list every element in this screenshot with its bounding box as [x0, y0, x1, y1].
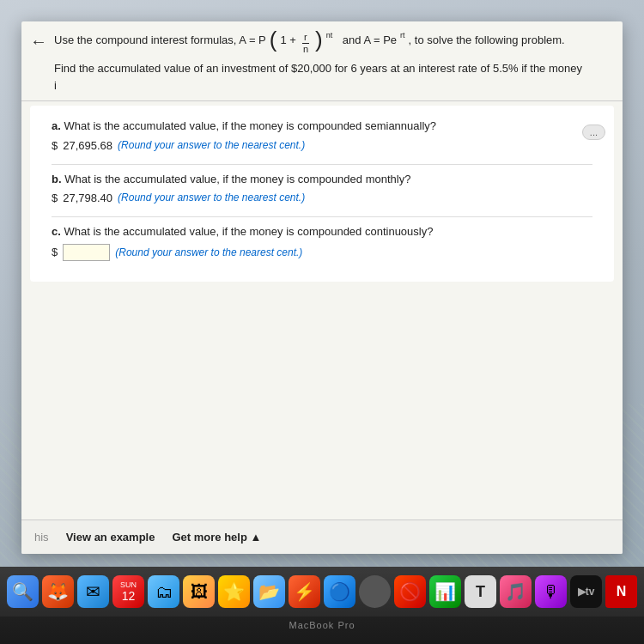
- question-part-b: b. What is the accumulated value, if the…: [52, 172, 592, 204]
- bottom-toolbar: his View an example Get more help ▲: [21, 519, 623, 554]
- close-paren: ): [315, 28, 323, 51]
- page-content: ← Use the compound interest formulas, A …: [21, 21, 623, 554]
- dock-icon-netflix[interactable]: N: [605, 575, 637, 608]
- dock-icon-folder[interactable]: 📂: [253, 575, 285, 608]
- toolbar-his: his: [34, 531, 49, 544]
- dock-icon-podcast[interactable]: 🎙: [535, 575, 567, 608]
- get-more-help-button[interactable]: Get more help ▲: [172, 531, 261, 544]
- dock-icon-mail[interactable]: ✉: [77, 575, 109, 608]
- dock-icon-pearson[interactable]: 🔵: [324, 575, 355, 608]
- dollar-a: $: [52, 139, 58, 152]
- part-b-bold-label: b.: [52, 173, 62, 185]
- part-c-bold-label: c.: [52, 225, 61, 238]
- answer-note-b: (Round your answer to the nearest cent.): [118, 191, 305, 204]
- answer-row-b: $ 27,798.40 (Round your answer to the ne…: [52, 191, 592, 204]
- answer-row-c: $ (Round your answer to the nearest cent…: [52, 244, 592, 261]
- question-label-b: b. What is the accumulated value, if the…: [52, 172, 592, 187]
- dock-icon-lightning[interactable]: ⚡: [289, 575, 320, 608]
- laptop-bottom: 🔍 🦊 ✉ SUN12 🗂 🖼 ⭐ 📂 ⚡ 🔵 🚫 📊 T 🎵 🎙 ▶tv N …: [0, 567, 644, 644]
- view-example-button[interactable]: View an example: [66, 531, 155, 544]
- dock-icon-finder[interactable]: 🔍: [7, 575, 39, 608]
- dock-icon-bars[interactable]: 📊: [429, 575, 461, 608]
- fraction-r-over-n: r n: [301, 32, 310, 55]
- dock-icon-music[interactable]: 🎵: [500, 575, 532, 608]
- find-text: Find the accumulated value of an investm…: [54, 60, 584, 94]
- back-arrow[interactable]: ←: [30, 32, 47, 52]
- dock-icon-calendar[interactable]: SUN12: [112, 575, 144, 608]
- formula-one-plus: 1 +: [280, 32, 295, 49]
- dock-icon-star[interactable]: ⭐: [218, 575, 250, 608]
- question-part-c: c. What is the accumulated value, if the…: [52, 224, 592, 261]
- dock-icon-photos[interactable]: 🖼: [183, 575, 215, 608]
- formula-rt-exp: rt: [400, 32, 405, 39]
- question-label-c: c. What is the accumulated value, if the…: [52, 224, 592, 240]
- dollar-c: $: [52, 246, 58, 258]
- dock-icon-t[interactable]: T: [465, 575, 496, 608]
- question-label-a: a. What is the accumulated value, if the…: [52, 118, 592, 134]
- dock-icon-files[interactable]: 🗂: [148, 575, 179, 608]
- answer-value-a: 27,695.68: [63, 139, 112, 152]
- dollar-b: $: [52, 191, 58, 204]
- fraction-numerator: r: [302, 32, 309, 44]
- more-options-button[interactable]: ...: [582, 125, 605, 140]
- answer-input-c[interactable]: [63, 244, 110, 261]
- answer-row-a: $ 27,695.68 (Round your answer to the ne…: [52, 139, 592, 152]
- dock-bar: 🔍 🦊 ✉ SUN12 🗂 🖼 ⭐ 📂 ⚡ 🔵 🚫 📊 T 🎵 🎙 ▶tv N: [0, 567, 644, 617]
- divider-b-c: [52, 216, 592, 217]
- fraction-denominator: n: [301, 44, 310, 55]
- dock-icon-circle[interactable]: [359, 575, 391, 608]
- formula-end-text: , to solve the following problem.: [409, 32, 565, 49]
- divider-a-b: [52, 164, 592, 165]
- answer-value-b: 27,798.40: [63, 191, 112, 204]
- part-b-text: What is the accumulated value, if the mo…: [64, 173, 410, 185]
- part-a-text: What is the accumulated value, if the mo…: [64, 119, 436, 132]
- dock-icon-slash[interactable]: 🚫: [394, 575, 426, 608]
- formula-suffix-text: and A = Pe: [343, 32, 397, 49]
- formula-line: Use the compound interest formulas, A = …: [54, 32, 584, 55]
- formula-prefix-text: Use the compound interest formulas, A = …: [54, 32, 266, 49]
- content-area: a. What is the accumulated value, if the…: [30, 106, 614, 282]
- part-c-text: What is the accumulated value, if the mo…: [64, 225, 433, 238]
- macbook-label: MacBook Pro: [289, 620, 355, 630]
- answer-note-a: (Round your answer to the nearest cent.): [118, 139, 305, 151]
- part-a-bold-label: a.: [52, 119, 61, 132]
- formula-and-text: [336, 32, 339, 49]
- dock-icon-firefox[interactable]: 🦊: [42, 575, 74, 608]
- question-part-a: a. What is the accumulated value, if the…: [52, 118, 592, 151]
- answer-note-c: (Round your answer to the nearest cent.): [115, 246, 302, 258]
- formula-exponent: nt: [326, 32, 333, 39]
- problem-header: Use the compound interest formulas, A = …: [21, 21, 623, 101]
- laptop-screen: ← Use the compound interest formulas, A …: [0, 0, 644, 575]
- open-paren: (: [270, 28, 277, 51]
- dock-icon-tv[interactable]: ▶tv: [570, 575, 602, 608]
